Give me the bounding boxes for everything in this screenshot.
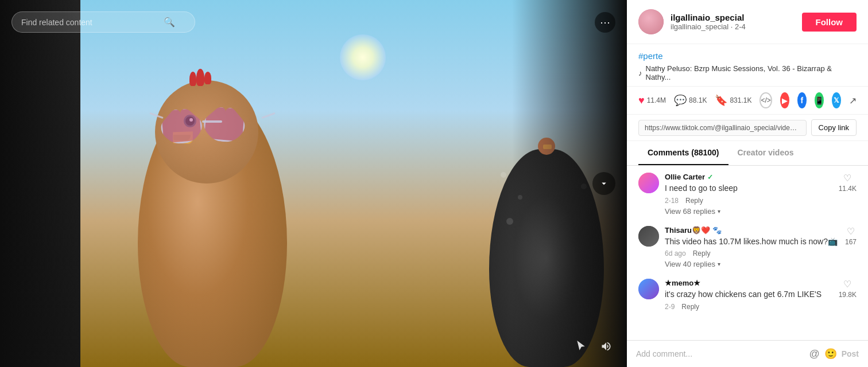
comment-avatar [638,226,659,247]
comment-text: I need to go to sleep [665,183,833,194]
chevron-down-icon: ▾ [718,208,720,214]
user-header: ilgallinaio_special ilgallinaio_special … [627,0,868,44]
video-url: https://www.tiktok.com/@ilgallinaio_spec… [638,120,807,136]
comment-count: 88.1K [689,96,707,104]
comment-item: Thisaru🦁❤️ 🐾 This video has 10.7M likes.… [638,226,857,269]
bookmark-count: 831.1K [730,96,751,104]
emoji-button[interactable]: 🙂 [824,348,837,360]
comment-avatar [638,173,659,193]
cursor-icon[interactable] [572,337,590,356]
comment-icon: 💬 [674,94,687,107]
tab-creator-videos[interactable]: Creator videos [728,141,803,165]
comment-meta: 6d ago Reply [665,249,839,257]
comment-username: Thisaru🦁❤️ 🐾 [665,226,839,235]
url-bar: https://www.tiktok.com/@ilgallinaio_spec… [627,115,868,141]
comment-content: Thisaru🦁❤️ 🐾 This video has 10.7M likes.… [665,226,839,269]
comment-item: Ollie Carter ✓ I need to go to sleep 2-1… [638,173,857,216]
reply-button[interactable]: Reply [693,249,711,257]
comment-input[interactable] [636,349,803,358]
comment-timestamp: 6d ago [665,249,686,257]
share-tiktok-icon[interactable]: ▶ [780,92,789,108]
comment-item: ★memo★ it's crazy how chickens can get 6… [638,279,857,311]
input-actions: @ 🙂 Post [809,348,859,360]
reply-button[interactable]: Reply [685,197,703,205]
comment-timestamp: 2-18 [665,197,679,205]
avatar-image [638,9,664,34]
comment-timestamp: 2-9 [665,303,675,311]
comment-meta: 2-9 Reply [665,303,833,311]
view-replies-button[interactable]: View 40 replies ▾ [665,260,839,268]
right-panel: ilgallinaio_special ilgallinaio_special … [627,0,868,367]
search-icon: 🔍 [164,17,175,28]
comment-content: Ollie Carter ✓ I need to go to sleep 2-1… [665,173,833,216]
comment-avatar [638,279,659,299]
comment-like: ♡ 11.4K [839,173,857,216]
share-twitter-icon[interactable]: 𝕏 [832,92,841,108]
more-options-button[interactable]: ⋯ [595,12,615,33]
comment-meta: 2-18 Reply [665,197,833,205]
top-bar: 🔍 ⋯ [0,11,627,33]
comment-like: ♡ 19.8K [839,279,857,311]
comment-username: Ollie Carter ✓ [665,173,833,181]
code-symbol: </> [761,96,770,104]
search-input[interactable] [21,18,159,27]
video-section: 🔍 ⋯ [0,0,627,367]
username: ilgallinaio_special [671,13,795,22]
next-video-button[interactable] [592,172,615,195]
share-facebook-icon[interactable]: f [797,92,807,108]
music-note-icon: ♪ [638,69,642,77]
tabs-row: Comments (88100) Creator videos [627,141,868,166]
mention-button[interactable]: @ [809,348,819,360]
verified-badge: ✓ [707,173,713,181]
embed-icon[interactable]: </> [760,92,772,108]
comment-username: ★memo★ [665,279,833,287]
chevron-down-icon [599,178,609,189]
hashtag[interactable]: #perte [638,51,857,61]
comment-content: ★memo★ it's crazy how chickens can get 6… [665,279,833,311]
bookmark-icon: 🔖 [715,94,727,107]
copy-link-button[interactable]: Copy link [811,119,857,136]
comment-like-count: 11.4K [839,185,857,193]
chevron-down-icon: ▾ [718,261,720,267]
music-info: ♪ Nathy Peluso: Bzrp Music Sessions, Vol… [638,64,857,81]
comments-section: Ollie Carter ✓ I need to go to sleep 2-1… [627,166,868,340]
tab-comments[interactable]: Comments (88100) [638,141,728,165]
avatar [638,9,664,34]
view-replies-button[interactable]: View 68 replies ▾ [665,207,833,216]
post-button[interactable]: Post [842,349,859,358]
comment-like-count: 19.8K [839,291,857,299]
front-chicken [126,69,299,367]
comment-action[interactable]: 💬 88.1K [674,94,707,107]
reply-button[interactable]: Reply [681,303,699,311]
like-icon[interactable]: ♡ [847,226,855,237]
like-count: 11.4M [647,96,666,104]
actions-row: ♥ 11.4M 💬 88.1K 🔖 831.1K </> ▶ f 📱 [627,87,868,115]
comment-like: ♡ 167 [845,226,857,269]
search-bar[interactable]: 🔍 [11,11,195,33]
bottom-controls [572,337,615,356]
bookmark-action[interactable]: 🔖 831.1K [715,94,751,107]
like-icon[interactable]: ♡ [843,173,851,184]
share-more-icon[interactable]: ↗ [849,95,857,106]
follow-button[interactable]: Follow [802,13,857,32]
comment-text: This video has 10.7M likes.how much is n… [665,236,839,248]
sun-glow [340,34,386,80]
music-title: Nathy Peluso: Bzrp Music Sessions, Vol. … [646,64,857,81]
volume-button[interactable] [597,337,615,356]
user-info: ilgallinaio_special ilgallinaio_special … [671,13,795,31]
heart-icon: ♥ [638,95,645,107]
content-area: #perte ♪ Nathy Peluso: Bzrp Music Sessio… [627,44,868,87]
like-action[interactable]: ♥ 11.4M [638,95,666,107]
comment-input-area: @ 🙂 Post [627,340,868,367]
comment-text: it's crazy how chickens can get 6.7m LIK… [665,289,833,300]
comment-like-count: 167 [845,238,857,246]
share-whatsapp-icon[interactable]: 📱 [815,92,824,108]
user-handle: ilgallinaio_special · 2-4 [671,22,795,31]
like-icon[interactable]: ♡ [843,279,851,290]
main-container: 🔍 ⋯ ilgallinaio_speci [0,0,868,367]
